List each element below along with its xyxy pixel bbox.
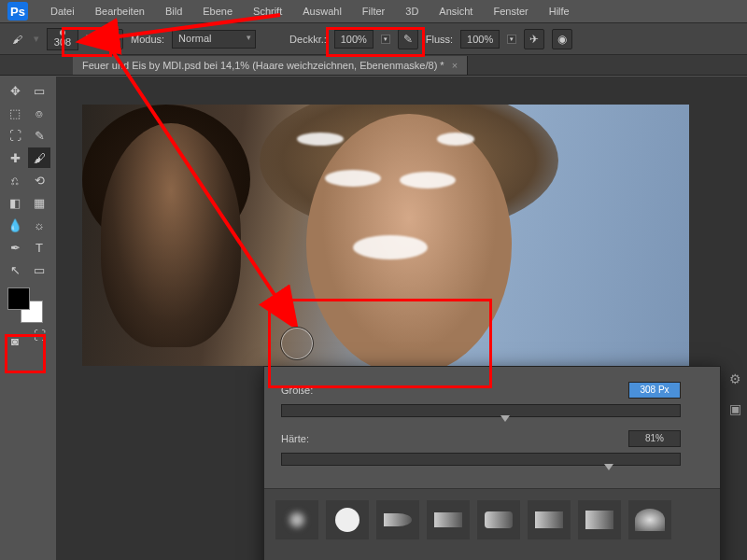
- divider: ▾: [34, 33, 39, 45]
- brush-preset[interactable]: [628, 500, 671, 539]
- brush-cursor-icon: [280, 327, 314, 360]
- type-tool[interactable]: T: [28, 237, 50, 258]
- menu-help[interactable]: Hilfe: [540, 2, 579, 21]
- pen-tool[interactable]: ✒: [4, 237, 26, 258]
- brush-preset[interactable]: [275, 500, 318, 539]
- brush-preset[interactable]: [528, 500, 571, 539]
- new-preset-icon[interactable]: ▣: [729, 401, 741, 416]
- move-tool[interactable]: ✥: [4, 80, 26, 101]
- quickmask-tool[interactable]: ◙: [4, 330, 26, 351]
- path-tool[interactable]: ↖: [4, 259, 26, 280]
- stamp-tool[interactable]: ⎌: [4, 170, 26, 190]
- screenmode-tool[interactable]: ⛶: [28, 325, 50, 345]
- brush-preset-picker[interactable]: 308: [47, 28, 78, 50]
- svg-line-1: [112, 50, 278, 301]
- menu-filter[interactable]: Filter: [353, 2, 394, 21]
- brush-preset[interactable]: [427, 500, 470, 539]
- flow-input[interactable]: 100%: [460, 30, 500, 49]
- lasso-tool[interactable]: ⌾: [28, 103, 50, 123]
- flow-dropdown-icon[interactable]: ▾: [507, 35, 516, 44]
- svg-line-0: [112, 15, 280, 37]
- marquee-tool[interactable]: ⬚: [4, 103, 26, 123]
- panel-settings-icon[interactable]: ⚙: [729, 371, 741, 386]
- canvas-art: [325, 170, 381, 187]
- brush-preset[interactable]: [477, 500, 520, 539]
- eraser-tool[interactable]: ◧: [4, 192, 26, 213]
- annotation-arrow: [75, 9, 317, 327]
- menu-3d[interactable]: 3D: [396, 2, 428, 21]
- menu-window[interactable]: Fenster: [484, 2, 537, 21]
- flow-label: Fluss:: [426, 34, 453, 45]
- brush-preset[interactable]: [376, 500, 419, 539]
- brush-tool[interactable]: 🖌: [28, 147, 50, 168]
- opacity-dropdown-icon[interactable]: ▾: [381, 35, 390, 44]
- canvas-art: [353, 235, 428, 259]
- brush-preset-panel: Größe: 308 Px Härte: 81%: [263, 366, 721, 560]
- brush-hardness-input[interactable]: 81%: [628, 430, 681, 447]
- artboard-tool[interactable]: ▭: [28, 80, 50, 101]
- app-logo: Ps: [7, 2, 28, 21]
- crop-tool[interactable]: ⛶: [4, 125, 26, 146]
- gradient-tool[interactable]: ▦: [28, 192, 50, 213]
- foreground-color-swatch[interactable]: [7, 287, 30, 310]
- blur-tool[interactable]: 💧: [4, 215, 26, 235]
- opacity-input[interactable]: 100%: [334, 30, 374, 49]
- canvas-art: [437, 133, 474, 146]
- pressure-opacity-icon[interactable]: ✎: [398, 29, 418, 49]
- menu-view[interactable]: Ansicht: [430, 2, 482, 21]
- brush-preset[interactable]: [326, 500, 369, 539]
- brush-preset[interactable]: [578, 500, 621, 539]
- brush-hardness-slider[interactable]: [281, 453, 681, 466]
- brush-tool-icon: 🖌: [7, 30, 26, 49]
- close-tab-icon[interactable]: ×: [452, 60, 458, 71]
- healing-tool[interactable]: ✚: [4, 147, 26, 168]
- shape-tool[interactable]: ▭: [28, 259, 50, 280]
- dodge-tool[interactable]: ☼: [28, 215, 50, 235]
- brush-size-slider[interactable]: [281, 404, 681, 417]
- brush-size-input[interactable]: 308 Px: [628, 382, 681, 399]
- canvas-art: [400, 172, 456, 189]
- brush-preset-grid: [264, 488, 720, 560]
- color-swatches[interactable]: [7, 287, 43, 323]
- history-brush-tool[interactable]: ⟲: [28, 170, 50, 190]
- size-label: Größe:: [281, 385, 328, 396]
- pressure-size-icon[interactable]: ◉: [552, 29, 572, 49]
- toolbox: ✥ ▭ ⬚ ⌾ ⛶ ✎ ✚ 🖌 ⎌ ⟲ ◧ ▦ 💧 ☼ ✒ T ↖ ▭ ◙ ⛶: [0, 77, 56, 560]
- hardness-label: Härte:: [281, 433, 328, 444]
- eyedropper-tool[interactable]: ✎: [28, 125, 50, 146]
- airbrush-icon[interactable]: ✈: [524, 29, 544, 49]
